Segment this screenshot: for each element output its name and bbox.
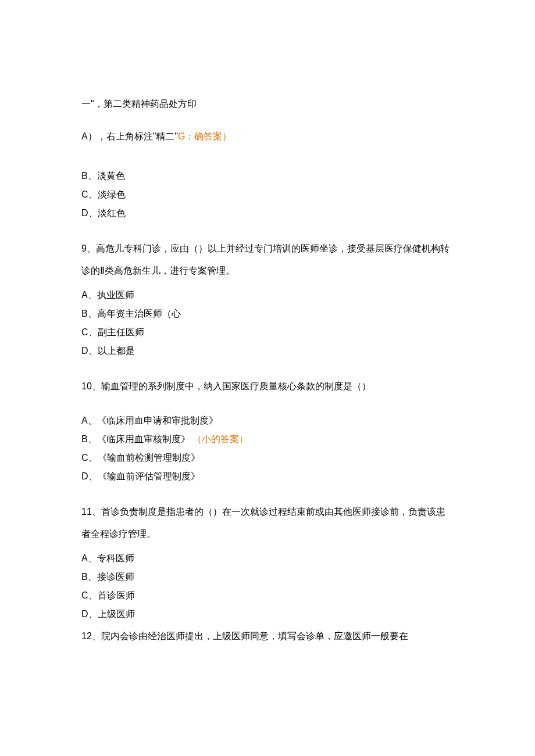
q8-option-c: C、淡绿色 [81,185,454,204]
header-line-1: 一"，第二类精神药品处方印 [81,93,454,115]
header-line-2a: A），右上角标注"精二" [81,131,178,141]
header-line-2b-note: G：确答案） [178,131,231,141]
q11-block: 11、首诊负责制度是指患者的（）在一次就诊过程结束前或由其他医师接诊前，负责该患… [81,501,454,646]
q8-option-d: D、淡红色 [81,204,454,223]
q11-option-b: B、接诊医师 [81,568,454,586]
q9-stem: 9、高危儿专科门诊，应由（）以上并经过专门培训的医师坐诊，接受基层医疗保健机构转… [81,238,454,282]
q10-option-a: A、《临床用血申请和审批制度》 [81,411,454,430]
q9-block: 9、高危儿专科门诊，应由（）以上并经过专门培训的医师坐诊，接受基层医疗保健机构转… [81,238,454,360]
q10-option-b-note: （小的答案） [192,434,248,444]
q9-option-b: B、高年资主治医师（心 [81,304,454,323]
q11-option-c: C、首诊医师 [81,586,454,605]
q11-options: A、专科医师 B、接诊医师 C、首诊医师 D、上级医师 [81,549,454,624]
q11-option-d: D、上级医师 [81,605,454,624]
q10-option-b-text: B、《临床用血审核制度》 [81,434,190,444]
q10-option-c: C、《输血前检测管理制度》 [81,449,454,467]
q8-options: B、淡黄色 C、淡绿色 D、淡红色 [81,167,454,223]
q10-option-d: D、《输血前评估管理制度》 [81,467,454,486]
q9-options: A、执业医师 B、高年资主治医师（心 C、副主任医师 D、以上都是 [81,286,454,360]
q10-block: 10、输血管理的系列制度中，纳入国家医疗质量核心条款的制度是（） A、《临床用血… [81,375,454,486]
q11-option-a: A、专科医师 [81,549,454,568]
header-line-2: A），右上角标注"精二"G：确答案） [81,126,454,148]
q10-stem: 10、输血管理的系列制度中，纳入国家医疗质量核心条款的制度是（） [81,375,454,397]
q12-stem: 12、院内会诊由经治医师提出，上级医师同意，填写会诊单，应邀医师一般要在 [81,627,454,646]
q9-option-d: D、以上都是 [81,342,454,360]
q9-option-a: A、执业医师 [81,286,454,304]
q10-option-b: B、《临床用血审核制度》 （小的答案） [81,430,454,449]
q9-option-c: C、副主任医师 [81,323,454,342]
q8-option-b: B、淡黄色 [81,167,454,185]
q11-stem: 11、首诊负责制度是指患者的（）在一次就诊过程结束前或由其他医师接诊前，负责该患… [81,501,454,546]
q10-options: A、《临床用血申请和审批制度》 B、《临床用血审核制度》 （小的答案） C、《输… [81,411,454,486]
